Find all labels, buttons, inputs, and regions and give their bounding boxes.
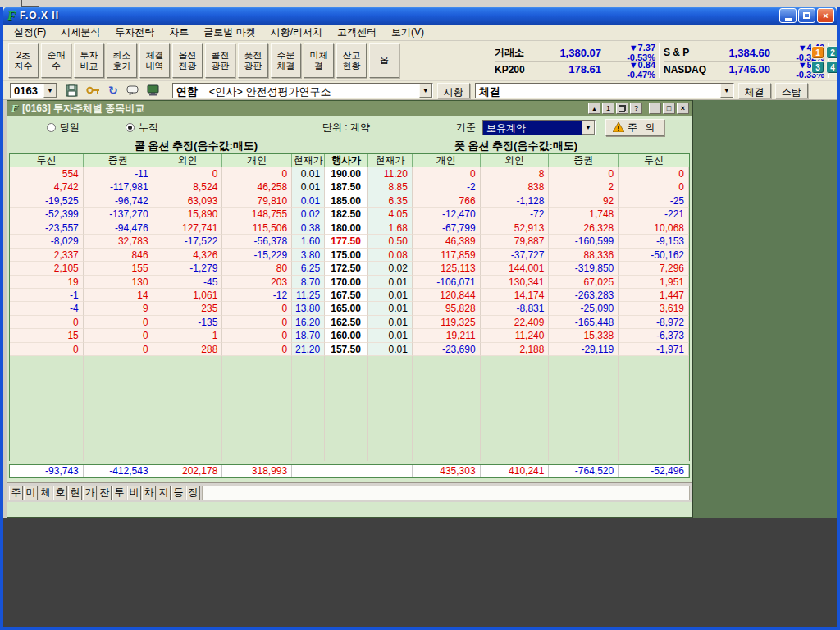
table-row[interactable]: 00288021.20157.500.01-23,6902,188-29,119… — [10, 343, 689, 356]
table-row[interactable]: -8,02932,783-17,522-56,3781.60177.500.50… — [10, 235, 689, 248]
menu-chart[interactable]: 차트 — [162, 24, 196, 41]
screen-code-combo[interactable]: 0163 ▼ — [10, 83, 57, 98]
toolbar-button[interactable]: 미체결 — [304, 43, 334, 78]
column-header[interactable]: 증권 — [84, 154, 153, 167]
panel-one-button[interactable]: 1 — [602, 103, 614, 114]
column-header[interactable]: 투신 — [619, 154, 689, 167]
column-header[interactable]: 증권 — [549, 154, 619, 167]
cell: 2,337 — [10, 249, 84, 262]
toolbar-button[interactable]: 풋전광판 — [238, 43, 268, 78]
toolbar-button[interactable]: 최소호가 — [107, 43, 137, 78]
basis-value[interactable]: 보유계약 — [483, 121, 582, 135]
radio-cumulative[interactable]: 누적 — [126, 121, 158, 135]
minimize-button[interactable] — [779, 8, 797, 23]
panel-maximize-button[interactable]: □ — [663, 103, 675, 114]
bottom-tab-button[interactable]: 차 — [142, 486, 156, 500]
chevron-down-icon[interactable]: ▼ — [419, 84, 432, 98]
toolbar-button[interactable]: 옵션전광 — [172, 43, 203, 78]
quick-screen-button[interactable]: 1 — [811, 46, 824, 59]
table-row[interactable]: -19,525-96,74263,09379,8100.01185.006.35… — [10, 194, 689, 208]
chat-icon[interactable] — [126, 85, 139, 96]
bottom-tab-button[interactable]: 투 — [112, 486, 126, 500]
chevron-down-icon[interactable]: ▼ — [582, 121, 595, 135]
column-header[interactable]: 행사가 — [325, 154, 368, 167]
menu-view[interactable]: 보기(V) — [384, 24, 431, 41]
bottom-tab-button[interactable]: 미 — [24, 486, 38, 500]
bottom-tab-button[interactable]: 비 — [127, 486, 141, 500]
refresh-icon[interactable]: ↻ — [108, 84, 118, 97]
panel-restore-button[interactable] — [616, 103, 628, 114]
quick-screen-button[interactable]: 2 — [826, 46, 839, 59]
toolbar-button[interactable]: 투자비교 — [74, 43, 104, 78]
sihwang-button[interactable]: 시황 — [437, 83, 470, 98]
bottom-tab-button[interactable]: 장 — [186, 486, 200, 500]
menu-research[interactable]: 시황/리서치 — [263, 24, 330, 41]
toolbar-button[interactable]: 콜전광판 — [205, 43, 235, 78]
chevron-down-icon[interactable]: ▼ — [43, 84, 57, 98]
panel-minimize-button[interactable]: _ — [649, 103, 661, 114]
panel-close-button[interactable]: × — [677, 103, 689, 114]
screen-code-value[interactable]: 0163 — [11, 84, 43, 98]
column-header[interactable]: 투신 — [10, 154, 84, 167]
column-header[interactable]: 현재가 — [292, 154, 325, 167]
menu-customer-center[interactable]: 고객센터 — [330, 24, 384, 41]
maximize-button[interactable] — [798, 8, 815, 23]
toolbar-button[interactable]: 잔고현황 — [336, 43, 367, 78]
table-row[interactable]: -23,557-94,476127,741115,5060.38180.001.… — [10, 221, 689, 235]
table-row[interactable]: -1141,061-1211.25167.500.01120,84414,174… — [10, 289, 689, 302]
menu-global-market[interactable]: 글로벌 마켓 — [196, 24, 262, 41]
table-row[interactable]: 1501018.70160.000.0119,21111,24015,338-6… — [10, 329, 689, 342]
bottom-tab-button[interactable]: 호 — [53, 486, 67, 500]
toolbar-button[interactable]: 2초지수 — [8, 43, 39, 78]
cell: 15,890 — [153, 208, 223, 221]
cell: -29,119 — [549, 343, 619, 356]
column-header[interactable]: 외인 — [481, 154, 550, 167]
column-header[interactable]: 개인 — [222, 154, 292, 167]
quick-screen-button[interactable]: 4 — [826, 61, 839, 74]
order-combo[interactable]: 체결 ▼ — [475, 83, 734, 98]
panel-help-button[interactable]: ? — [630, 103, 642, 114]
app-titlebar[interactable]: F F.O.X II × — [3, 7, 837, 25]
warning-button[interactable]: 주 의 — [605, 119, 664, 136]
news-ticker[interactable]: 연합<인사> 안전성평가연구소 ▼ — [172, 83, 433, 98]
bottom-tab-button[interactable]: 주 — [9, 486, 23, 500]
bottom-tab-button[interactable]: 지 — [157, 486, 171, 500]
menu-market-analysis[interactable]: 시세분석 — [53, 24, 107, 41]
table-row[interactable]: 19130-452038.70170.000.01-106,071130,341… — [10, 276, 689, 289]
table-row[interactable]: 4,742-117,9818,52446,2580.01187.508.85-2… — [10, 180, 689, 194]
table-row[interactable]: 2,105155-1,279806.25172.500.02125,113144… — [10, 262, 689, 275]
basis-combo[interactable]: 보유계약 ▼ — [482, 120, 596, 135]
bottom-tab-button[interactable]: 가 — [83, 486, 97, 500]
chevron-down-icon[interactable]: ▼ — [720, 84, 733, 98]
table-row[interactable]: -49235013.80165.000.0195,828-8,831-25,09… — [10, 302, 689, 315]
quick-screen-button[interactable]: 3 — [811, 61, 824, 74]
panel-spin-up-button[interactable]: ▲ — [588, 103, 600, 114]
bottom-tab-button[interactable]: 현 — [68, 486, 82, 500]
stop-button[interactable]: 스탑 — [775, 83, 808, 98]
table-row[interactable]: -52,399-137,27015,890148,7550.02182.504.… — [10, 208, 689, 221]
table-row[interactable]: 2,3378464,326-15,2293.80175.000.08117,85… — [10, 249, 689, 262]
cell: 115,506 — [222, 221, 292, 235]
key-icon[interactable] — [86, 85, 100, 95]
table-row[interactable]: 554-11000.01190.0011.200800 — [10, 167, 689, 180]
column-header[interactable]: 개인 — [413, 154, 481, 167]
column-header[interactable]: 외인 — [153, 154, 223, 167]
bottom-tab-button[interactable]: 등 — [171, 486, 185, 500]
save-icon[interactable] — [66, 84, 78, 97]
table-row[interactable]: 00-135016.20162.500.01119,32522,409-165,… — [10, 316, 689, 329]
menu-invest-strategy[interactable]: 투자전략 — [107, 24, 162, 41]
toolbar-button[interactable]: 옵 — [369, 43, 399, 78]
close-button[interactable]: × — [817, 8, 834, 23]
column-header[interactable]: 현재가 — [368, 154, 413, 167]
panel-titlebar[interactable]: F [0163] 투자주체별 종목비교 ▲ 1 ? _ □ × — [7, 101, 692, 116]
toolbar-button[interactable]: 주문체결 — [271, 43, 301, 78]
radio-daily[interactable]: 당일 — [47, 121, 80, 135]
bottom-tab-button[interactable]: 잔 — [98, 486, 112, 500]
chegyeol-button[interactable]: 체결 — [738, 83, 771, 98]
toolbar-button[interactable]: 순매수 — [41, 43, 71, 78]
bottom-tab-button[interactable]: 체 — [39, 486, 52, 500]
menu-settings[interactable]: 설정(F) — [7, 24, 53, 41]
toolbar-button[interactable]: 체결내역 — [139, 43, 170, 78]
order-field-value[interactable]: 체결 — [476, 84, 720, 98]
monitor-icon[interactable] — [147, 84, 159, 96]
